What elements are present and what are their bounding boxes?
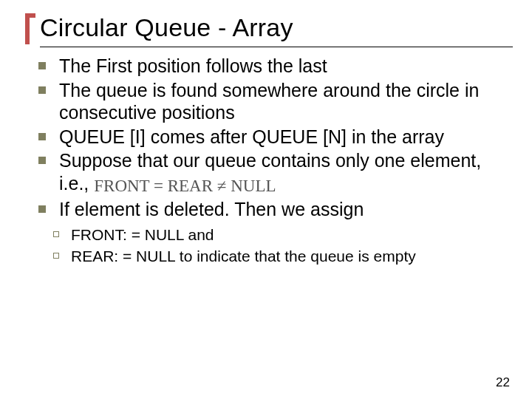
square-bullet-icon: [38, 86, 46, 94]
sub-bullet-text: REAR: = NULL to indicate that the queue …: [71, 248, 416, 265]
bullet-text: The First position follows the last: [59, 55, 327, 76]
title-accent-bar: [25, 16, 30, 44]
formula-content: FRONT = REAR ≠ NULL: [94, 177, 276, 195]
title-accent-corner: [25, 13, 35, 18]
sub-bullet-list: FRONT: = NULL and REAR: = NULL to indica…: [53, 225, 507, 267]
list-item: REAR: = NULL to indicate that the queue …: [53, 246, 507, 266]
slide: Circular Queue - Array The First positio…: [0, 0, 532, 399]
bullet-text: The queue is found somewhere around the …: [59, 80, 479, 123]
list-item: The First position follows the last: [38, 55, 507, 78]
list-item: Suppose that our queue contains only one…: [38, 149, 507, 197]
hollow-square-bullet-icon: [53, 231, 59, 237]
list-item: The queue is found somewhere around the …: [38, 79, 507, 124]
page-number: 22: [496, 375, 510, 390]
list-item: QUEUE [I] comes after QUEUE [N] in the a…: [38, 126, 507, 149]
square-bullet-icon: [38, 205, 46, 213]
formula-text: FRONT = REAR ≠ NULL: [94, 176, 276, 197]
bullet-text: If element is deleted. Then we assign: [59, 199, 364, 219]
sub-bullet-text: FRONT: = NULL and: [71, 226, 214, 243]
bullet-text: QUEUE [I] comes after QUEUE [N] in the a…: [59, 126, 444, 147]
bullet-list: The First position follows the last The …: [38, 55, 507, 220]
list-item: FRONT: = NULL and: [53, 225, 507, 245]
title-underline: [40, 47, 513, 47]
square-bullet-icon: [38, 62, 46, 69]
square-bullet-icon: [38, 133, 46, 140]
square-bullet-icon: [38, 157, 46, 164]
list-item: If element is deleted. Then we assign: [38, 198, 507, 221]
hollow-square-bullet-icon: [53, 253, 59, 259]
title-block: Circular Queue - Array: [25, 13, 507, 47]
slide-title: Circular Queue - Array: [35, 13, 507, 42]
